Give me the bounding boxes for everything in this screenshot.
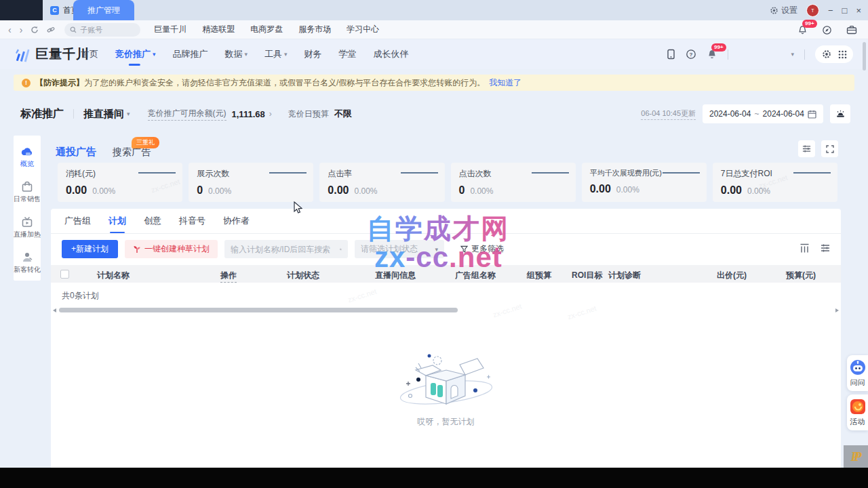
col-diagnosis[interactable]: 计划诊断 xyxy=(608,270,641,281)
nav-item-home[interactable]: 首页 xyxy=(81,39,98,69)
scroll-left-icon[interactable] xyxy=(53,308,56,312)
trend-line xyxy=(663,172,700,174)
assistant-widget[interactable]: 问问 xyxy=(847,355,868,391)
date-end: 2024-06-04 xyxy=(763,109,804,119)
col-roi-target[interactable]: ROI目标 xyxy=(572,270,602,281)
app-notification-badge: 99+ xyxy=(711,43,726,52)
forward-icon[interactable]: › xyxy=(20,24,23,35)
fraud-warning-banner: ! 【防诈提示】为了您的账户和资金安全，请勿轻信非官方充值渠道，或假冒平台名义/… xyxy=(14,75,854,91)
tab-ad-groups[interactable]: 广告组 xyxy=(64,215,91,233)
gear-icon xyxy=(770,6,778,15)
metric-card-clicks[interactable]: 点击次数 00.00% xyxy=(451,163,576,202)
nav-link-alliance[interactable]: 精选联盟 xyxy=(202,24,235,35)
page-scrollbar[interactable] xyxy=(863,42,866,70)
columns-icon[interactable] xyxy=(800,243,810,253)
chevron-down-icon: ▾ xyxy=(127,110,130,117)
new-plan-button[interactable]: +新建计划 xyxy=(62,240,118,258)
sidebar-item-daily-sales[interactable]: 日常销售 xyxy=(14,175,41,210)
metrics-settings-button[interactable] xyxy=(798,140,815,157)
tab-creatives[interactable]: 创意 xyxy=(144,215,161,233)
tab-general-ads[interactable]: 通投广告 xyxy=(56,146,96,159)
qianchuan-logo-icon xyxy=(14,46,31,63)
maximize-icon[interactable]: □ xyxy=(842,5,848,16)
sprout-icon xyxy=(133,245,141,253)
nav-item-data[interactable]: 数据▾ xyxy=(225,39,248,69)
browser-navbar: ‹ › 巨量千川 精选联盟 电商罗盘 服务市场 学习中心 99+ xyxy=(0,20,868,39)
chevron-right-icon[interactable]: › xyxy=(269,109,272,119)
horizontal-scrollbar[interactable] xyxy=(59,308,833,313)
toolbox-icon[interactable] xyxy=(846,25,857,35)
col-plan-name[interactable]: 计划名称 xyxy=(97,270,130,281)
col-budget[interactable]: 预算(元) xyxy=(786,270,816,281)
col-bid[interactable]: 出价(元) xyxy=(717,270,747,281)
account-dropdown[interactable]: ▾ xyxy=(738,51,794,58)
nav-link-qianchuan[interactable]: 巨量千川 xyxy=(154,24,186,35)
col-group-budget[interactable]: 组预算 xyxy=(527,270,551,281)
nav-item-brand[interactable]: 品牌推广 xyxy=(173,39,208,69)
live-tv-icon xyxy=(21,216,33,228)
sidebar-item-overview[interactable]: 概览 xyxy=(14,140,41,175)
metric-card-ctr[interactable]: 点击率 0.000.00% xyxy=(319,163,444,202)
budget-value: 不限 xyxy=(334,108,352,120)
activity-widget[interactable]: 活动 xyxy=(847,394,868,430)
header-tool-pill xyxy=(815,45,853,63)
select-all-checkbox[interactable] xyxy=(60,270,69,279)
tab-search-ads[interactable]: 搜索广告 三重礼 xyxy=(113,146,151,159)
minimize-icon[interactable]: − xyxy=(828,5,833,16)
divider xyxy=(728,49,728,60)
nav-item-finance[interactable]: 财务 xyxy=(304,39,322,69)
nav-link-compass[interactable]: 电商罗盘 xyxy=(250,24,283,35)
brand[interactable]: 巨量千川 xyxy=(14,45,90,63)
mobile-icon[interactable] xyxy=(667,49,675,60)
help-icon[interactable]: ? xyxy=(686,49,696,60)
browser-search-input[interactable] xyxy=(80,26,134,34)
metric-card-cpm[interactable]: 平均千次展现费用(元) 0.000.00% xyxy=(582,163,707,202)
tab-collaborators[interactable]: 协作者 xyxy=(223,215,250,233)
browser-search-box[interactable] xyxy=(64,23,140,37)
expand-icon xyxy=(826,145,834,153)
budget-label: 竞价日预算 xyxy=(288,108,329,120)
fullscreen-button[interactable] xyxy=(821,140,838,157)
table-settings-icon[interactable] xyxy=(821,243,830,253)
compass-icon[interactable] xyxy=(822,25,832,35)
watermark-line2: zx-cc.net xyxy=(374,241,502,274)
sidebar-item-new-customers[interactable]: 新客转化 xyxy=(14,245,41,281)
refresh-icon[interactable] xyxy=(31,26,39,34)
link-icon[interactable] xyxy=(47,26,55,34)
browser-settings-button[interactable]: 设置 xyxy=(770,5,797,16)
notification-bell-button[interactable]: 99+ xyxy=(797,25,808,35)
nav-item-partners[interactable]: 成长伙伴 xyxy=(374,39,409,69)
tab-plans[interactable]: 计划 xyxy=(108,215,126,233)
plan-search-box[interactable] xyxy=(224,240,348,258)
gear-icon[interactable] xyxy=(822,49,831,59)
metric-card-impressions[interactable]: 展示次数 00.00% xyxy=(189,163,313,202)
nav-item-tools[interactable]: 工具▾ xyxy=(264,39,288,69)
tab-douyin-accounts[interactable]: 抖音号 xyxy=(179,215,205,233)
scrollbar-thumb[interactable] xyxy=(59,308,458,312)
bottom-bar xyxy=(0,468,868,488)
warning-icon: ! xyxy=(22,79,31,87)
browser-tab-active[interactable]: 推广管理 xyxy=(73,0,134,20)
col-plan-status[interactable]: 计划状态 xyxy=(287,270,319,281)
window-corner-block xyxy=(0,0,43,20)
last-updated: 06-04 10:45更新 xyxy=(641,108,696,120)
back-icon[interactable]: ‹ xyxy=(8,24,12,35)
apps-grid-icon[interactable] xyxy=(838,50,847,59)
col-actions[interactable]: 操作 xyxy=(220,270,237,283)
plan-search-input[interactable] xyxy=(231,245,336,254)
scroll-right-icon[interactable] xyxy=(835,308,839,312)
banner-acknowledge-link[interactable]: 我知道了 xyxy=(489,78,521,87)
scene-dropdown[interactable]: 推直播间▾ xyxy=(83,108,130,121)
date-range-picker[interactable]: 2024-06-04 ~ 2024-06-04 xyxy=(703,104,823,123)
sidebar-item-live-heating[interactable]: 直播加热 xyxy=(14,210,41,245)
nav-item-bidding[interactable]: 竞价推广▾ xyxy=(115,39,156,69)
banner-prefix: 【防诈提示】 xyxy=(35,78,84,87)
seed-plan-button[interactable]: 一键创建种草计划 xyxy=(125,240,218,258)
close-icon[interactable]: × xyxy=(856,5,861,16)
nav-link-learning[interactable]: 学习中心 xyxy=(347,24,379,35)
nav-item-academy[interactable]: 学堂 xyxy=(339,39,357,69)
avatar[interactable]: T xyxy=(806,4,819,17)
alert-button[interactable] xyxy=(830,104,850,123)
app-notification-button[interactable]: 99+ xyxy=(707,49,717,60)
nav-link-market[interactable]: 服务市场 xyxy=(298,24,331,35)
